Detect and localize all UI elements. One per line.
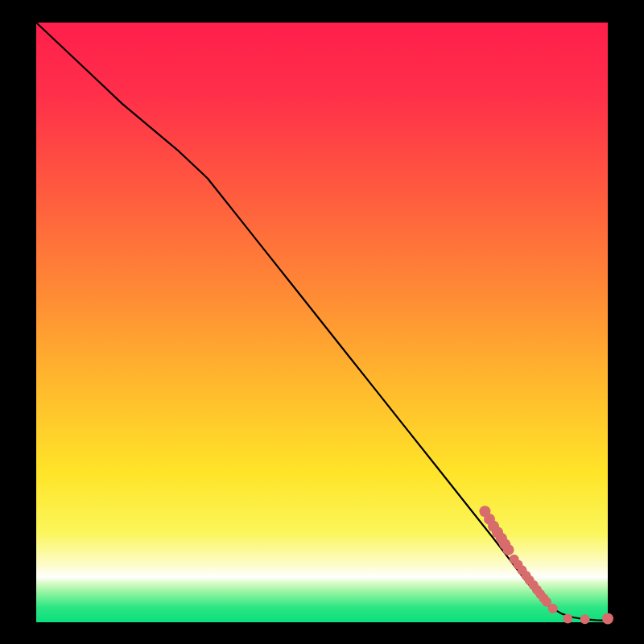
scatter-point bbox=[580, 614, 590, 624]
chart-frame: TheBottleneck.com bbox=[0, 0, 644, 644]
scatter-point bbox=[503, 544, 514, 555]
chart-plot bbox=[0, 0, 644, 644]
scatter-point bbox=[563, 614, 572, 624]
scatter-point bbox=[602, 613, 613, 625]
scatter-point bbox=[548, 604, 558, 613]
